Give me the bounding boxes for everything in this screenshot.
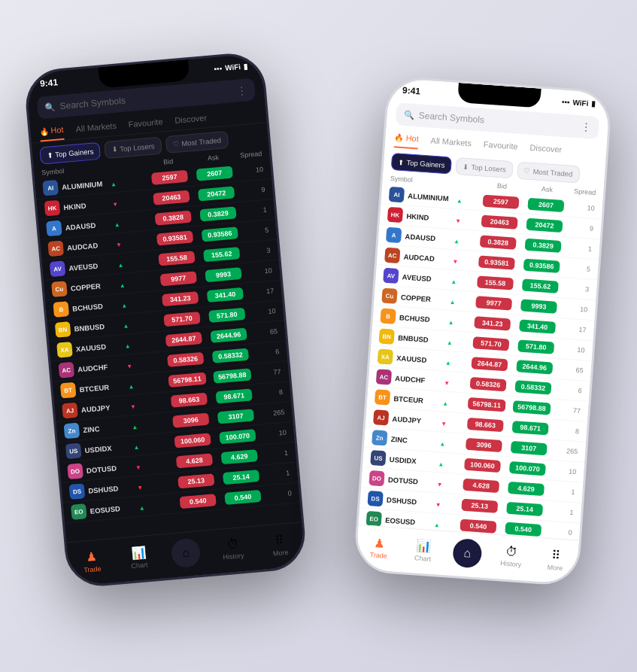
bid-cell: 155.58 (472, 275, 518, 290)
bid-badge: 9977 (160, 271, 197, 286)
dark-tab-discover[interactable]: Discover (174, 109, 208, 130)
light-gainers-icon: ⬆ (398, 158, 405, 167)
light-filter-gainers[interactable]: ⬆ Top Gainers (391, 153, 453, 175)
light-tab-discover[interactable]: Discover (529, 139, 563, 160)
symbol-cell: EO EOSUSD (71, 499, 139, 520)
light-filter-losers[interactable]: ⬇ Top Losers (456, 157, 514, 178)
bid-badge: 3096 (172, 413, 209, 428)
spread-cell: 10 (246, 266, 273, 276)
bid-badge: 56798.11 (168, 372, 207, 388)
light-nav-chart[interactable]: 📊 Chart (408, 537, 439, 563)
arrow-up-icon: ▲ (445, 360, 452, 367)
bid-badge: 0.93581 (478, 255, 515, 269)
light-tab-allmarkets[interactable]: All Markets (430, 132, 472, 154)
dark-nav-chart[interactable]: 📊 Chart (123, 544, 155, 570)
spread-cell: 1 (547, 507, 574, 516)
bid-badge: 0.58326 (167, 352, 204, 367)
light-nav-more[interactable]: ⠿ More (540, 547, 572, 573)
dark-menu-dots[interactable]: ⋮ (236, 84, 247, 96)
dark-nav-trade[interactable]: ♟ Trade (76, 549, 108, 574)
symbol-name: BNBUSD (74, 322, 105, 333)
dark-tab-hot[interactable]: 🔥 Hot (39, 122, 65, 142)
dark-tab-allmarkets[interactable]: All Markets (75, 117, 117, 139)
spread-cell: 17 (247, 287, 275, 296)
dark-nav-history[interactable]: ⏱ History (217, 537, 248, 561)
symbol-icon: Cu (381, 288, 397, 304)
dark-tab-favourite[interactable]: Favourite (128, 113, 164, 134)
direction-cell: ▲ (117, 254, 154, 270)
dark-search-input[interactable]: Search Symbols (59, 86, 232, 111)
light-nav-history[interactable]: ⏱ History (496, 544, 527, 569)
ask-cell: 341.40 (514, 319, 560, 334)
direction-cell: ▲ (449, 293, 472, 309)
symbol-name: ADAUSD (405, 232, 435, 242)
history-icon: ⏱ (226, 537, 239, 552)
symbol-name: XAUUSD (396, 354, 427, 364)
symbol-icon: HK (387, 207, 403, 223)
direction-cell: ▲ (457, 192, 479, 207)
arrow-down-icon: ▼ (455, 217, 462, 225)
light-search-input[interactable]: Search Symbols (418, 110, 576, 132)
light-tab-discover-label: Discover (529, 143, 563, 154)
ask-cell: 155.62 (517, 278, 563, 293)
ask-cell: 3107 (506, 441, 552, 456)
dark-nav-home[interactable]: ⌂ (170, 537, 202, 568)
arrow-down-icon: ▼ (444, 380, 450, 388)
direction-cell: ▲ (439, 435, 462, 450)
light-menu-dots[interactable]: ⋮ (581, 120, 592, 133)
dark-table-body: AI ALUMINIUM ▲ 2597 2607 10 HK HKIND ▼ 2… (35, 159, 302, 543)
bid-badge: 4.628 (176, 453, 213, 468)
symbol-cell: Zn ZINC (372, 430, 440, 449)
dark-filter-gainers[interactable]: ⬆ Top Gainers (39, 142, 101, 165)
bid-badge: 3096 (466, 438, 502, 452)
spread-cell: 0 (265, 489, 292, 499)
spread-cell: 8 (553, 426, 580, 435)
signal-icon: ▪▪▪ (214, 64, 223, 73)
spread-cell: 1 (548, 487, 575, 496)
col-spread: Spread (235, 150, 262, 160)
dark-home-btn[interactable]: ⌂ (171, 537, 202, 568)
light-nav-home[interactable]: ⌂ (451, 538, 484, 569)
ask-cell: 20472 (522, 217, 568, 233)
dark-nav-more[interactable]: ⠿ More (264, 532, 296, 558)
dark-filter-losers[interactable]: ⬇ Top Losers (104, 137, 162, 159)
light-tab-favourite[interactable]: Favourite (483, 135, 518, 156)
dark-status-icons: ▪▪▪ WiFi ▮ (214, 62, 248, 73)
light-filter-mosttraded[interactable]: ♡ Most Traded (517, 162, 580, 184)
ask-cell: 98.671 (211, 388, 257, 404)
bid-cell: 20463 (477, 214, 523, 230)
symbol-icon: A (386, 227, 402, 243)
light-home-btn[interactable]: ⌂ (452, 538, 483, 569)
symbol-cell: AV AVEUSD (50, 256, 118, 277)
direction-cell: ▲ (128, 375, 165, 391)
symbol-name: DSHUSD (387, 495, 417, 506)
ask-cell: 100.070 (214, 429, 260, 445)
ask-badge: 100.070 (219, 429, 256, 444)
wifi-icon: WiFi (225, 62, 241, 72)
ask-badge: 100.070 (509, 461, 546, 476)
dark-filter-mosttraded[interactable]: ♡ Most Traded (165, 131, 229, 154)
ask-cell: 20472 (193, 186, 239, 202)
bid-cell: 25.13 (457, 498, 502, 513)
light-col-dir (457, 179, 480, 188)
spread-cell: 10 (550, 467, 577, 476)
bid-badge: 98.663 (467, 418, 504, 432)
symbol-name: AVEUSD (402, 272, 432, 283)
more-icon: ⠿ (275, 533, 285, 548)
spread-cell: 9 (567, 223, 594, 232)
light-tab-allmarkets-label: All Markets (430, 136, 472, 148)
direction-cell: ▼ (441, 415, 463, 430)
chart-icon: 📊 (130, 545, 147, 561)
spread-cell: 0 (545, 527, 572, 536)
light-filter-losers-label: Top Losers (471, 163, 506, 173)
bid-cell: 2644.87 (161, 331, 207, 347)
symbol-cell: BN BNBUSD (55, 317, 123, 338)
symbol-name: BCHUSD (399, 313, 430, 324)
bid-badge: 0.3828 (480, 235, 517, 249)
light-tab-hot[interactable]: 🔥 Hot (394, 129, 420, 149)
direction-cell: ▲ (447, 314, 470, 329)
ask-cell: 0.3829 (520, 238, 566, 253)
bid-badge: 25.13 (461, 499, 498, 513)
spread-cell: 77 (554, 406, 581, 415)
light-nav-trade[interactable]: ♟ Trade (363, 534, 395, 560)
